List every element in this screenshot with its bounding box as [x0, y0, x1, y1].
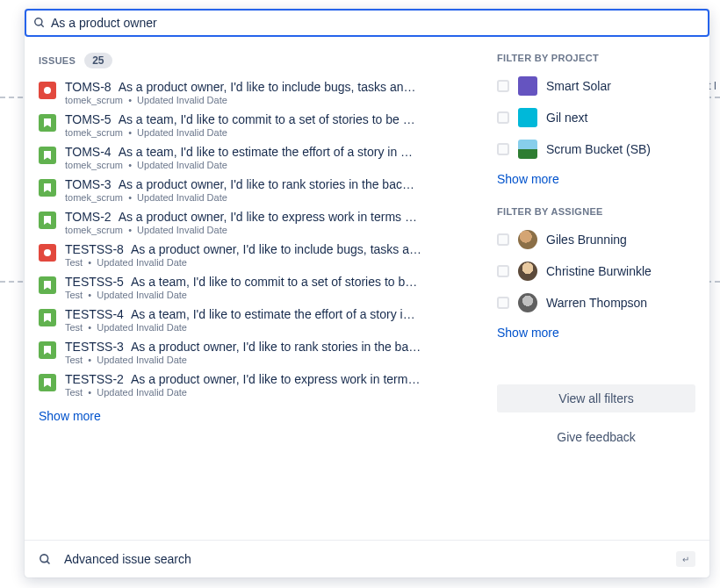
issue-summary: As a product owner, I'd like to include …: [119, 80, 416, 94]
checkbox[interactable]: [497, 111, 509, 124]
story-icon: [39, 309, 56, 326]
assignee-filter-row[interactable]: Giles Brunning: [497, 224, 695, 255]
issue-summary: As a team, I'd like to estimate the effo…: [131, 307, 415, 321]
issue-summary: As a product owner, I'd like to include …: [131, 242, 421, 256]
bug-icon: [39, 244, 56, 262]
issue-meta: tomek_scrum • Updated Invalid Date: [65, 127, 479, 138]
project-filter-row[interactable]: Gil next: [497, 102, 695, 133]
projects-show-more[interactable]: Show more: [497, 172, 559, 186]
assignee-filter-row[interactable]: Warren Thompson: [497, 287, 695, 319]
issue-row[interactable]: TESTSS-8 As a product owner, I'd like to…: [39, 240, 479, 272]
issue-meta: Test • Updated Invalid Date: [65, 257, 479, 268]
project-filter-row[interactable]: Smart Solar: [497, 70, 695, 102]
issue-summary: As a team, I'd like to commit to a set o…: [131, 275, 417, 289]
project-name: Smart Solar: [546, 79, 611, 93]
issue-meta: Test • Updated Invalid Date: [65, 355, 479, 365]
issue-key: TESTSS-2: [65, 372, 124, 386]
avatar: [518, 293, 537, 312]
issues-heading: ISSUES: [39, 55, 76, 66]
assignee-filter-row[interactable]: Christine Burwinkle: [497, 255, 695, 287]
filters-panel: FILTER BY PROJECT Smart Solar Gil next S…: [486, 37, 709, 540]
issue-row[interactable]: TESTSS-5 As a team, I'd like to commit t…: [39, 272, 479, 305]
issue-meta: tomek_scrum • Updated Invalid Date: [65, 225, 479, 235]
search-footer: Advanced issue search ↵: [25, 540, 709, 577]
assignee-name: Giles Brunning: [546, 233, 627, 247]
issue-meta: tomek_scrum • Updated Invalid Date: [65, 160, 479, 170]
issues-show-more[interactable]: Show more: [39, 409, 101, 423]
issue-meta: Test • Updated Invalid Date: [65, 322, 479, 333]
give-feedback-link[interactable]: Give feedback: [497, 430, 695, 444]
issue-summary: As a product owner, I'd like to express …: [131, 372, 420, 386]
issue-row[interactable]: TESTSS-3 As a product owner, I'd like to…: [39, 337, 479, 369]
issue-key: TESTSS-4: [65, 307, 124, 321]
project-icon: [518, 140, 537, 159]
assignee-name: Warren Thompson: [546, 296, 647, 310]
issue-key: TOMS-5: [65, 112, 112, 126]
issue-summary: As a team, I'd like to commit to a set o…: [119, 112, 415, 126]
story-icon: [39, 147, 56, 164]
advanced-search-link[interactable]: Advanced issue search: [64, 552, 664, 566]
issue-row[interactable]: TESTSS-2 As a product owner, I'd like to…: [39, 369, 479, 402]
issue-key: TESTSS-3: [65, 340, 124, 354]
search-dropdown: ISSUES 25 TOMS-8 As a product owner, I'd…: [25, 9, 709, 577]
checkbox[interactable]: [497, 143, 509, 155]
issue-meta: tomek_scrum • Updated Invalid Date: [65, 95, 479, 105]
filter-project-heading: FILTER BY PROJECT: [497, 53, 695, 63]
svg-line-3: [47, 561, 49, 563]
issue-key: TOMS-2: [65, 210, 112, 224]
filter-assignee-heading: FILTER BY ASSIGNEE: [497, 206, 695, 217]
issue-row[interactable]: TOMS-2 As a product owner, I'd like to e…: [39, 207, 479, 240]
checkbox[interactable]: [497, 297, 509, 309]
search-input[interactable]: [46, 16, 701, 30]
issue-key: TOMS-3: [65, 177, 112, 191]
story-icon: [39, 179, 56, 197]
issue-key: TESTSS-8: [65, 242, 124, 256]
issue-row[interactable]: TOMS-5 As a team, I'd like to commit to …: [39, 110, 479, 142]
issue-key: TOMS-4: [65, 145, 112, 159]
project-icon: [518, 108, 537, 127]
issue-summary: As a product owner, I'd like to express …: [119, 210, 417, 224]
project-filter-row[interactable]: Scrum Bucket (SB): [497, 133, 695, 165]
bug-icon: [39, 82, 56, 99]
story-icon: [39, 276, 56, 294]
svg-point-2: [40, 554, 48, 562]
project-icon: [518, 76, 537, 96]
avatar: [518, 262, 537, 281]
issue-row[interactable]: TESTSS-4 As a team, I'd like to estimate…: [39, 305, 479, 337]
issue-row[interactable]: TOMS-3 As a product owner, I'd like to r…: [39, 175, 479, 207]
search-icon: [39, 553, 52, 566]
issues-count-badge: 25: [84, 53, 112, 68]
avatar: [518, 230, 537, 249]
issue-row[interactable]: TOMS-4 As a team, I'd like to estimate t…: [39, 142, 479, 175]
story-icon: [39, 114, 56, 132]
svg-point-0: [35, 18, 42, 25]
assignees-show-more[interactable]: Show more: [497, 326, 559, 340]
checkbox[interactable]: [497, 265, 509, 277]
issue-row[interactable]: TOMS-8 As a product owner, I'd like to i…: [39, 77, 479, 110]
story-icon: [39, 374, 56, 391]
issue-key: TOMS-8: [65, 80, 112, 94]
project-name: Gil next: [546, 111, 587, 125]
story-icon: [39, 341, 56, 359]
issue-key: TESTSS-5: [65, 275, 124, 289]
issue-meta: tomek_scrum • Updated Invalid Date: [65, 192, 479, 203]
issue-summary: As a product owner, I'd like to rank sto…: [131, 340, 421, 354]
results-panel: ISSUES 25 TOMS-8 As a product owner, I'd…: [25, 37, 486, 540]
project-name: Scrum Bucket (SB): [546, 142, 651, 156]
issue-meta: Test • Updated Invalid Date: [65, 290, 479, 300]
issue-summary: As a team, I'd like to estimate the effo…: [119, 145, 413, 159]
search-bar[interactable]: [25, 9, 709, 37]
assignee-name: Christine Burwinkle: [546, 264, 652, 278]
checkbox[interactable]: [497, 233, 509, 246]
svg-line-1: [41, 25, 44, 27]
search-icon: [33, 17, 46, 29]
checkbox[interactable]: [497, 80, 509, 92]
story-icon: [39, 212, 56, 229]
enter-key-hint: ↵: [676, 551, 695, 567]
view-all-filters-button[interactable]: View all filters: [497, 384, 695, 412]
issue-summary: As a product owner, I'd like to rank sto…: [119, 177, 414, 191]
issue-meta: Test • Updated Invalid Date: [65, 387, 479, 398]
